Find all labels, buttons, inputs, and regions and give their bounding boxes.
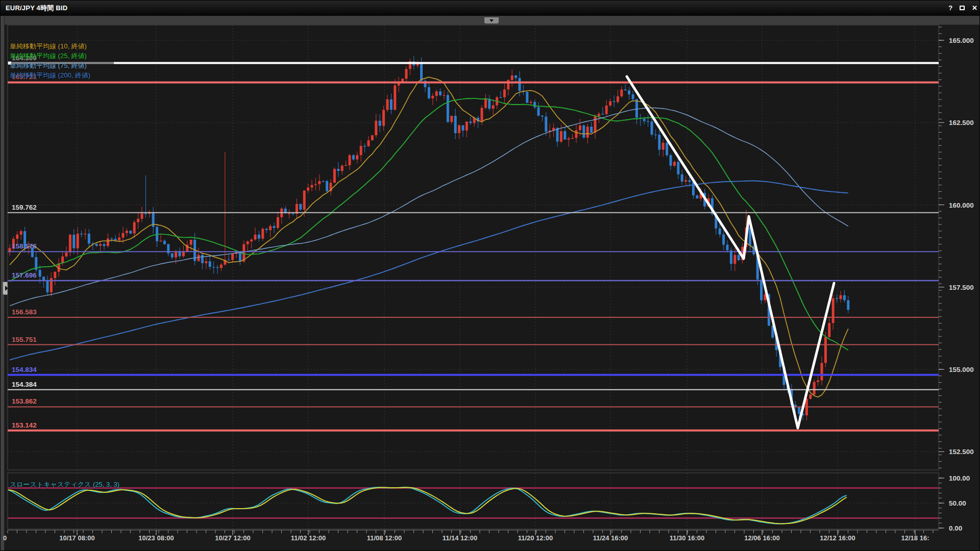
price-line-label: 153.862 (12, 397, 37, 405)
time-axis-label: 12/18 16: (901, 534, 929, 542)
time-axis-label: 10/27 12:00 (215, 534, 250, 542)
price-axis-label: 165.000 (949, 37, 974, 44)
time-axis-label: 10/17 08:00 (59, 534, 94, 542)
time-axis-label: 11/30 16:00 (670, 534, 705, 542)
price-line-label: 155.751 (12, 336, 37, 343)
price-line-label: 164.309 (12, 54, 37, 62)
chart-window: EUR/JPY 4時間 BID ? ✕ 164.309163.721159.76… (0, 0, 980, 551)
time-axis-label: 11/14 12:00 (443, 534, 478, 542)
time-axis-label: 10/23 08:00 (138, 534, 174, 542)
price-axis-label: 152.500 (949, 448, 974, 456)
price-line-label: 154.384 (12, 381, 37, 388)
chart-canvas[interactable]: 164.309163.721159.762158.576157.696156.5… (1, 1, 980, 551)
time-axis-label: 11/08 12:00 (367, 534, 402, 542)
price-axis-label: 160.000 (949, 202, 974, 209)
time-axis-label: 11/02 12:00 (291, 534, 326, 542)
time-axis-label: 11/20 12:00 (518, 534, 553, 542)
stoch-axis-label: 50.00 (949, 499, 966, 507)
price-line-label: 154.834 (12, 366, 37, 373)
time-axis-label: 11/24 16:00 (593, 534, 628, 542)
price-line-label: 158.576 (12, 242, 37, 250)
time-axis-label: 12/12 16:00 (820, 534, 855, 542)
price-axis[interactable]: 165.000162.500160.000157.500155.000152.5… (939, 27, 974, 468)
time-axis[interactable]: 010/17 08:0010/23 08:0010/27 12:0011/02 … (3, 530, 939, 542)
stoch-axis-label: 100.00 (949, 474, 970, 482)
price-axis-label: 157.500 (949, 284, 974, 291)
price-line-label: 157.696 (12, 271, 37, 279)
time-axis-label: 0 (3, 534, 7, 542)
time-axis-label: 12/06 16:00 (744, 534, 779, 542)
price-line-label: 156.583 (12, 308, 37, 316)
price-line-label: 163.721 (12, 73, 37, 81)
stoch-axis[interactable]: 100.0050.000.00 (939, 474, 970, 532)
price-line-label: 159.762 (12, 204, 37, 211)
price-axis-label: 162.500 (949, 119, 974, 127)
price-axis-label: 155.000 (949, 366, 974, 373)
main-pane[interactable] (8, 25, 939, 470)
stoch-axis-label: 0.00 (949, 524, 962, 532)
price-line-label: 153.142 (12, 421, 37, 429)
